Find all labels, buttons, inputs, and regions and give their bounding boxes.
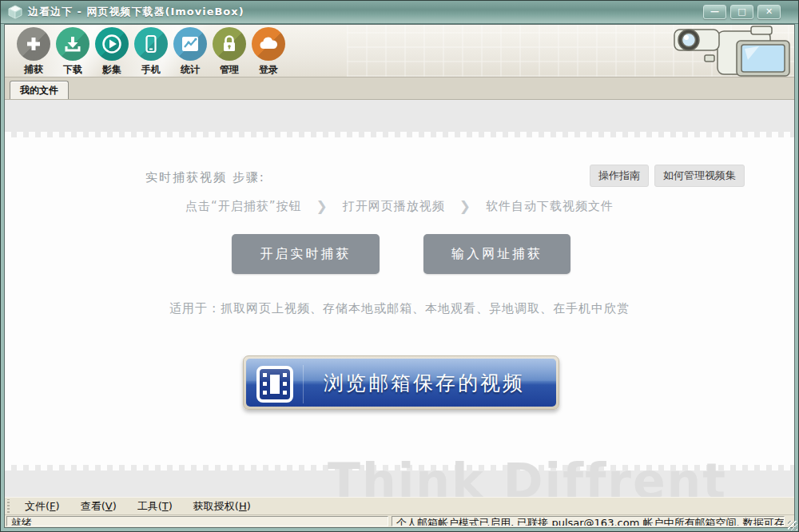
tab-bar: 我的文件 (5, 77, 794, 100)
operation-guide-button[interactable]: 操作指南 (590, 165, 649, 187)
content-area: 实时捕获视频 步骤: 操作指南 如何管理视频集 点击“开启捕获”按钮 ❯ 打开网… (5, 100, 794, 497)
camcorder-illustration (671, 25, 793, 77)
main-toolbar: 捕获 下载 (5, 25, 794, 77)
enter-url-capture-button[interactable]: 输入网址捕获 (423, 234, 570, 274)
lock-icon (213, 27, 246, 61)
app-window: 边看边下 - 网页视频下载器(ImovieBox) — □ ✕ 捕获 (0, 0, 799, 532)
toolbar-phone-button[interactable]: 手机 (132, 27, 170, 77)
browse-mail-videos-button[interactable]: 浏览邮箱保存的视频 (243, 355, 559, 410)
section-title: 实时捕获视频 步骤: (145, 170, 265, 185)
menu-grip-handle[interactable] (7, 499, 10, 513)
menu-file[interactable]: 文件(F) (14, 498, 70, 515)
app-cube-icon (7, 4, 23, 20)
window-title: 边看边下 - 网页视频下载器(ImovieBox) (28, 5, 244, 19)
window-controls: — □ ✕ (703, 5, 792, 19)
status-bar: 就绪 个人邮箱帐户模式已启用, 已联接 pulsar@163.com 帐户中所有… (5, 515, 794, 527)
applicable-text: 适用于：抓取网页上视频、存储本地或邮箱、本地观看、异地调取、在手机中欣赏 (5, 301, 794, 316)
step-2: 打开网页播放视频 (343, 199, 445, 214)
toolbar-download-button[interactable]: 下载 (54, 27, 92, 77)
manage-collection-button[interactable]: 如何管理视频集 (654, 165, 745, 187)
help-buttons: 操作指南 如何管理视频集 (590, 165, 745, 187)
status-account-info: 个人邮箱帐户模式已启用, 已联接 pulsar@163.com 帐户中所有邮箱空… (392, 516, 785, 526)
close-button[interactable]: ✕ (757, 5, 781, 19)
menu-tools[interactable]: 工具(T) (127, 498, 183, 515)
chevron-right-icon: ❯ (316, 198, 328, 214)
phone-icon (134, 27, 168, 61)
resize-grip[interactable] (788, 521, 797, 530)
tab-my-files[interactable]: 我的文件 (10, 81, 69, 99)
menu-license[interactable]: 获取授权(H) (183, 498, 261, 515)
title-bar: 边看边下 - 网页视频下载器(ImovieBox) — □ ✕ (1, 1, 798, 24)
browse-button-label: 浏览邮箱保存的视频 (304, 370, 556, 396)
menu-bar: 文件(F) 查看(V) 工具(T) 获取授权(H) (5, 497, 794, 515)
play-icon (95, 27, 129, 61)
steps-row: 点击“开启捕获”按钮 ❯ 打开网页播放视频 ❯ 软件自动下载视频文件 (5, 197, 794, 216)
toolbar-login-button[interactable]: 登录 (249, 27, 288, 77)
cloud-icon (252, 27, 285, 61)
start-capture-button[interactable]: 开启实时捕获 (232, 234, 380, 274)
toolbar-stats-button[interactable]: 统计 (171, 27, 209, 77)
toolbar-capture-button[interactable]: 捕获 (14, 27, 53, 77)
toolbar-manage-button[interactable]: 管理 (210, 27, 248, 77)
maximize-button[interactable]: □ (730, 5, 753, 19)
toolbar-album-button[interactable]: 影集 (93, 27, 131, 77)
chevron-right-icon: ❯ (459, 198, 471, 214)
app-body: 捕获 下载 (4, 24, 795, 528)
chart-icon (173, 27, 207, 61)
menu-view[interactable]: 查看(V) (70, 498, 127, 515)
film-strip-icon (246, 365, 304, 403)
download-icon (56, 27, 89, 61)
plus-icon (17, 27, 50, 61)
status-ready: 就绪 (6, 516, 388, 526)
minimize-button[interactable]: — (703, 5, 726, 19)
step-1: 点击“开启捕获”按钮 (185, 199, 302, 214)
toolbar-items: 捕获 下载 (14, 27, 288, 77)
step-3: 软件自动下载视频文件 (486, 199, 614, 214)
